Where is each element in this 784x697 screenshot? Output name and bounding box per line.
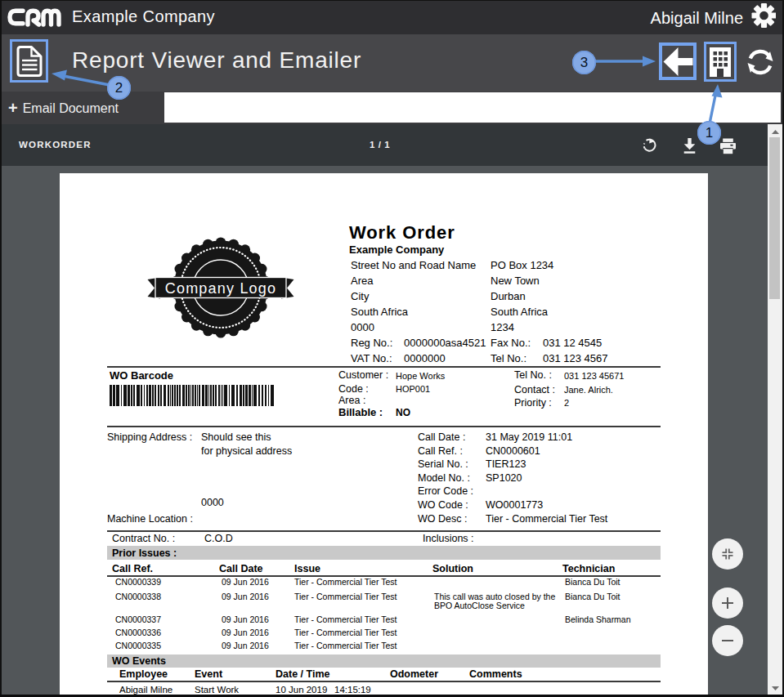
svg-text:Company Logo: Company Logo xyxy=(165,280,276,297)
